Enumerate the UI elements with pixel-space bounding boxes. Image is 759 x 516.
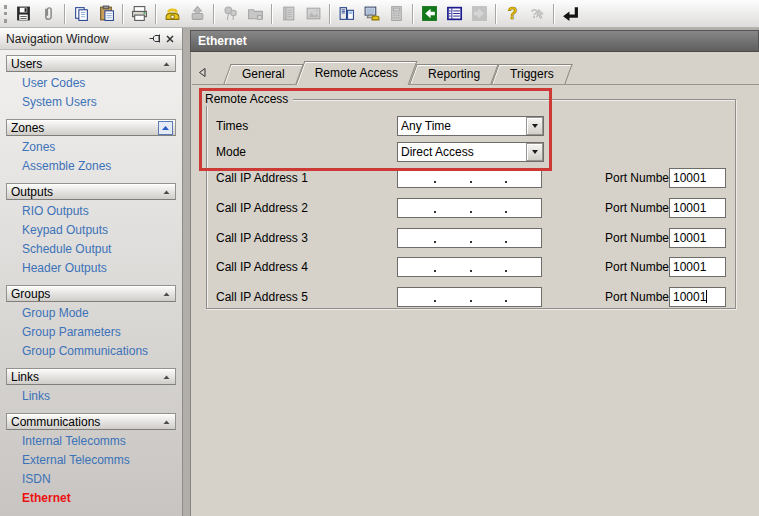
port-number-1-input[interactable]: 10001: [669, 168, 726, 188]
collapse-arrow-icon[interactable]: [160, 371, 173, 383]
port-number-4-input[interactable]: 10001: [669, 257, 726, 277]
call-ip-address-3-input[interactable]: [397, 228, 542, 248]
forward-icon: [467, 2, 492, 26]
print-icon[interactable]: [127, 2, 152, 26]
copy-icon[interactable]: [69, 2, 94, 26]
port-number-5-input[interactable]: 10001: [669, 287, 726, 307]
collapse-arrow-icon[interactable]: [160, 288, 173, 300]
nav-section-communications: CommunicationsInternal TelecommsExternal…: [6, 413, 176, 510]
collapse-arrow-icon[interactable]: [160, 186, 173, 198]
ip-row-label: Call IP Address 1: [216, 168, 308, 188]
section-title: Groups: [11, 287, 50, 301]
panel-icon[interactable]: [334, 2, 359, 26]
call-ip-address-4-input[interactable]: [397, 257, 542, 277]
section-title: Users: [11, 57, 42, 71]
chevron-down-icon[interactable]: [526, 143, 543, 161]
nav-section-outputs: OutputsRIO OutputsKeypad OutputsSchedule…: [6, 183, 176, 280]
sidebar-item-isdn[interactable]: ISDN: [6, 470, 176, 489]
sidebar-item-user-codes[interactable]: User Codes: [6, 74, 176, 93]
toolbar-separator: [213, 4, 215, 24]
mode-dropdown[interactable]: Direct Access: [397, 142, 544, 162]
nav-section-header-communications[interactable]: Communications: [6, 413, 176, 430]
chevron-down-icon[interactable]: [526, 117, 543, 135]
sidebar-item-ethernet[interactable]: Ethernet: [6, 489, 176, 508]
sidebar-item-header-outputs[interactable]: Header Outputs: [6, 259, 176, 278]
nav-section-header-users[interactable]: Users: [6, 55, 176, 72]
records-icon[interactable]: [442, 2, 467, 26]
ip-row-label: Call IP Address 5: [216, 287, 308, 307]
sidebar-item-internal-telecomms[interactable]: Internal Telecomms: [6, 432, 176, 451]
tab-scroll-left-icon[interactable]: [194, 62, 210, 83]
sidebar-item-rio-outputs[interactable]: RIO Outputs: [6, 202, 176, 221]
nav-section-header-outputs[interactable]: Outputs: [6, 183, 176, 200]
sidebar-item-links[interactable]: Links: [6, 387, 176, 406]
toolbar-separator: [412, 4, 414, 24]
port-value: 10001: [673, 171, 706, 185]
section-title: Links: [11, 370, 39, 384]
nav-section-header-groups[interactable]: Groups: [6, 285, 176, 302]
sidebar-item-group-mode[interactable]: Group Mode: [6, 304, 176, 323]
collapse-arrow-icon[interactable]: [160, 58, 173, 70]
port-value: 10001: [673, 201, 706, 215]
events-icon: [218, 2, 243, 26]
tab-reporting[interactable]: Reporting: [413, 64, 495, 84]
send-return-icon[interactable]: [558, 2, 583, 26]
port-value: 10001: [673, 260, 706, 274]
context-help-icon: ?: [525, 2, 550, 26]
nav-section-header-links[interactable]: Links: [6, 368, 176, 385]
call-ip-address-1-input[interactable]: [397, 168, 542, 188]
paperclip-icon[interactable]: [36, 2, 61, 26]
sidebar-item-zones[interactable]: Zones: [6, 138, 176, 157]
call-ip-address-2-input[interactable]: [397, 198, 542, 218]
section-title: Zones: [11, 121, 44, 135]
back-icon[interactable]: [417, 2, 442, 26]
port-number-2-input[interactable]: 10001: [669, 198, 726, 218]
paste-icon[interactable]: [94, 2, 119, 26]
sidebar-item-group-communications[interactable]: Group Communications: [6, 342, 176, 361]
sidebar-item-keypad-outputs[interactable]: Keypad Outputs: [6, 221, 176, 240]
nav-section-header-zones[interactable]: Zones: [6, 119, 176, 136]
help-icon[interactable]: ?: [500, 2, 525, 26]
tab-strip: GeneralRemote AccessReportingTriggers: [192, 58, 759, 85]
sidebar-item-assemble-zones[interactable]: Assemble Zones: [6, 157, 176, 176]
tab-label: General: [242, 67, 285, 81]
toolbar-grip[interactable]: [4, 5, 7, 23]
panel-content: GeneralRemote AccessReportingTriggers Re…: [190, 52, 759, 516]
calculator-icon: [384, 2, 409, 26]
call-ip-address-5-input[interactable]: [397, 287, 542, 307]
times-dropdown[interactable]: Any Time: [397, 116, 544, 136]
ip-row-label: Call IP Address 3: [216, 228, 308, 248]
svg-text:?: ?: [530, 6, 538, 21]
collapse-arrow-icon[interactable]: [160, 416, 173, 428]
tab-remote-access[interactable]: Remote Access: [300, 61, 413, 85]
navigation-window-title: Navigation Window: [6, 32, 109, 46]
text-caret: [706, 290, 707, 303]
toolbar-separator: [155, 4, 157, 24]
ip-row-label: Call IP Address 2: [216, 198, 308, 218]
toolbar-separator: [553, 4, 555, 24]
section-title: Outputs: [11, 185, 53, 199]
upload-icon: [185, 2, 210, 26]
pin-icon[interactable]: [146, 31, 162, 46]
nav-section-users: UsersUser CodesSystem Users: [6, 55, 176, 114]
port-value: 10001: [673, 231, 706, 245]
toolbar-separator: [271, 4, 273, 24]
collapse-arrow-icon[interactable]: [158, 121, 173, 135]
close-icon[interactable]: [162, 31, 178, 46]
field-label-mode: Mode: [216, 142, 246, 162]
sidebar-item-group-parameters[interactable]: Group Parameters: [6, 323, 176, 342]
sidebar-item-system-users[interactable]: System Users: [6, 93, 176, 112]
sidebar-item-external-telecomms[interactable]: External Telecomms: [6, 451, 176, 470]
log-icon: [276, 2, 301, 26]
navigation-window-header: Navigation Window: [0, 28, 182, 50]
nav-section-zones: ZonesZonesAssemble Zones: [6, 119, 176, 178]
remote-access-group-label: Remote Access: [200, 92, 293, 106]
save-icon[interactable]: [11, 2, 36, 26]
sidebar-item-schedule-output[interactable]: Schedule Output: [6, 240, 176, 259]
tab-general[interactable]: General: [227, 64, 300, 84]
tab-triggers[interactable]: Triggers: [495, 64, 569, 84]
phone-connect-icon[interactable]: [160, 2, 185, 26]
port-number-3-input[interactable]: 10001: [669, 228, 726, 248]
remote-computer-icon[interactable]: [359, 2, 384, 26]
tab-label: Remote Access: [315, 66, 398, 80]
